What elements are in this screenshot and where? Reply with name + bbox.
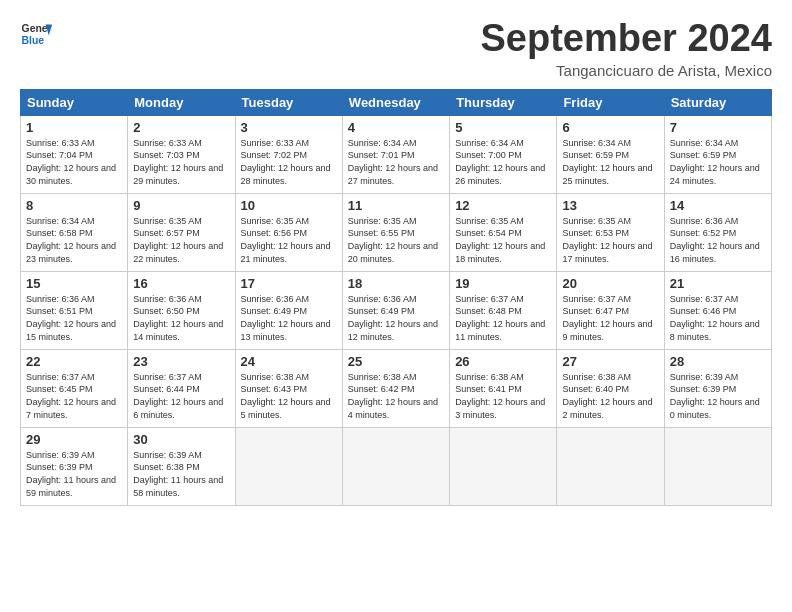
table-row: 2 Sunrise: 6:33 AMSunset: 7:03 PMDayligh… xyxy=(128,115,235,193)
col-thursday: Thursday xyxy=(450,89,557,115)
day-number: 21 xyxy=(670,276,766,291)
table-row: 16 Sunrise: 6:36 AMSunset: 6:50 PMDaylig… xyxy=(128,271,235,349)
table-row: 3 Sunrise: 6:33 AMSunset: 7:02 PMDayligh… xyxy=(235,115,342,193)
calendar-week-row: 8 Sunrise: 6:34 AMSunset: 6:58 PMDayligh… xyxy=(21,193,772,271)
day-info: Sunrise: 6:35 AMSunset: 6:54 PMDaylight:… xyxy=(455,215,551,265)
day-info: Sunrise: 6:36 AMSunset: 6:50 PMDaylight:… xyxy=(133,293,229,343)
table-row: 12 Sunrise: 6:35 AMSunset: 6:54 PMDaylig… xyxy=(450,193,557,271)
day-info: Sunrise: 6:37 AMSunset: 6:47 PMDaylight:… xyxy=(562,293,658,343)
day-info: Sunrise: 6:38 AMSunset: 6:43 PMDaylight:… xyxy=(241,371,337,421)
day-info: Sunrise: 6:37 AMSunset: 6:46 PMDaylight:… xyxy=(670,293,766,343)
table-row: 17 Sunrise: 6:36 AMSunset: 6:49 PMDaylig… xyxy=(235,271,342,349)
table-row: 21 Sunrise: 6:37 AMSunset: 6:46 PMDaylig… xyxy=(664,271,771,349)
day-number: 10 xyxy=(241,198,337,213)
day-number: 7 xyxy=(670,120,766,135)
table-row: 9 Sunrise: 6:35 AMSunset: 6:57 PMDayligh… xyxy=(128,193,235,271)
day-info: Sunrise: 6:36 AMSunset: 6:49 PMDaylight:… xyxy=(241,293,337,343)
col-wednesday: Wednesday xyxy=(342,89,449,115)
day-number: 1 xyxy=(26,120,122,135)
day-info: Sunrise: 6:33 AMSunset: 7:04 PMDaylight:… xyxy=(26,137,122,187)
day-info: Sunrise: 6:38 AMSunset: 6:41 PMDaylight:… xyxy=(455,371,551,421)
day-number: 2 xyxy=(133,120,229,135)
day-info: Sunrise: 6:35 AMSunset: 6:56 PMDaylight:… xyxy=(241,215,337,265)
day-number: 23 xyxy=(133,354,229,369)
calendar-week-row: 22 Sunrise: 6:37 AMSunset: 6:45 PMDaylig… xyxy=(21,349,772,427)
day-info: Sunrise: 6:35 AMSunset: 6:57 PMDaylight:… xyxy=(133,215,229,265)
day-info: Sunrise: 6:39 AMSunset: 6:39 PMDaylight:… xyxy=(670,371,766,421)
day-info: Sunrise: 6:37 AMSunset: 6:44 PMDaylight:… xyxy=(133,371,229,421)
table-row xyxy=(557,427,664,505)
day-number: 9 xyxy=(133,198,229,213)
day-number: 8 xyxy=(26,198,122,213)
day-number: 17 xyxy=(241,276,337,291)
calendar-week-row: 15 Sunrise: 6:36 AMSunset: 6:51 PMDaylig… xyxy=(21,271,772,349)
table-row: 24 Sunrise: 6:38 AMSunset: 6:43 PMDaylig… xyxy=(235,349,342,427)
table-row: 4 Sunrise: 6:34 AMSunset: 7:01 PMDayligh… xyxy=(342,115,449,193)
table-row: 6 Sunrise: 6:34 AMSunset: 6:59 PMDayligh… xyxy=(557,115,664,193)
table-row xyxy=(664,427,771,505)
day-info: Sunrise: 6:36 AMSunset: 6:49 PMDaylight:… xyxy=(348,293,444,343)
table-row: 20 Sunrise: 6:37 AMSunset: 6:47 PMDaylig… xyxy=(557,271,664,349)
day-info: Sunrise: 6:39 AMSunset: 6:39 PMDaylight:… xyxy=(26,449,122,499)
day-info: Sunrise: 6:34 AMSunset: 7:01 PMDaylight:… xyxy=(348,137,444,187)
col-sunday: Sunday xyxy=(21,89,128,115)
day-number: 27 xyxy=(562,354,658,369)
table-row: 26 Sunrise: 6:38 AMSunset: 6:41 PMDaylig… xyxy=(450,349,557,427)
logo-icon: General Blue xyxy=(20,18,52,50)
calendar-week-row: 1 Sunrise: 6:33 AMSunset: 7:04 PMDayligh… xyxy=(21,115,772,193)
col-monday: Monday xyxy=(128,89,235,115)
day-number: 25 xyxy=(348,354,444,369)
table-row xyxy=(342,427,449,505)
day-number: 6 xyxy=(562,120,658,135)
day-number: 3 xyxy=(241,120,337,135)
svg-text:Blue: Blue xyxy=(22,35,45,46)
calendar-week-row: 29 Sunrise: 6:39 AMSunset: 6:39 PMDaylig… xyxy=(21,427,772,505)
table-row: 25 Sunrise: 6:38 AMSunset: 6:42 PMDaylig… xyxy=(342,349,449,427)
day-number: 30 xyxy=(133,432,229,447)
day-info: Sunrise: 6:36 AMSunset: 6:52 PMDaylight:… xyxy=(670,215,766,265)
day-number: 4 xyxy=(348,120,444,135)
table-row: 11 Sunrise: 6:35 AMSunset: 6:55 PMDaylig… xyxy=(342,193,449,271)
day-info: Sunrise: 6:37 AMSunset: 6:48 PMDaylight:… xyxy=(455,293,551,343)
col-friday: Friday xyxy=(557,89,664,115)
page: General Blue September 2024 Tangancicuar… xyxy=(0,0,792,516)
table-row: 1 Sunrise: 6:33 AMSunset: 7:04 PMDayligh… xyxy=(21,115,128,193)
table-row xyxy=(450,427,557,505)
table-row: 30 Sunrise: 6:39 AMSunset: 6:38 PMDaylig… xyxy=(128,427,235,505)
location-subtitle: Tangancicuaro de Arista, Mexico xyxy=(481,62,773,79)
day-info: Sunrise: 6:38 AMSunset: 6:42 PMDaylight:… xyxy=(348,371,444,421)
day-info: Sunrise: 6:39 AMSunset: 6:38 PMDaylight:… xyxy=(133,449,229,499)
month-title: September 2024 xyxy=(481,18,773,60)
col-saturday: Saturday xyxy=(664,89,771,115)
day-info: Sunrise: 6:34 AMSunset: 6:59 PMDaylight:… xyxy=(562,137,658,187)
day-info: Sunrise: 6:35 AMSunset: 6:53 PMDaylight:… xyxy=(562,215,658,265)
table-row: 22 Sunrise: 6:37 AMSunset: 6:45 PMDaylig… xyxy=(21,349,128,427)
day-number: 5 xyxy=(455,120,551,135)
day-info: Sunrise: 6:34 AMSunset: 6:59 PMDaylight:… xyxy=(670,137,766,187)
table-row: 13 Sunrise: 6:35 AMSunset: 6:53 PMDaylig… xyxy=(557,193,664,271)
table-row: 10 Sunrise: 6:35 AMSunset: 6:56 PMDaylig… xyxy=(235,193,342,271)
table-row: 5 Sunrise: 6:34 AMSunset: 7:00 PMDayligh… xyxy=(450,115,557,193)
day-number: 18 xyxy=(348,276,444,291)
day-number: 15 xyxy=(26,276,122,291)
logo: General Blue xyxy=(20,18,52,50)
table-row: 27 Sunrise: 6:38 AMSunset: 6:40 PMDaylig… xyxy=(557,349,664,427)
day-number: 28 xyxy=(670,354,766,369)
day-number: 14 xyxy=(670,198,766,213)
calendar-table: Sunday Monday Tuesday Wednesday Thursday… xyxy=(20,89,772,506)
day-number: 13 xyxy=(562,198,658,213)
day-number: 24 xyxy=(241,354,337,369)
table-row: 28 Sunrise: 6:39 AMSunset: 6:39 PMDaylig… xyxy=(664,349,771,427)
title-block: September 2024 Tangancicuaro de Arista, … xyxy=(481,18,773,79)
header-row: Sunday Monday Tuesday Wednesday Thursday… xyxy=(21,89,772,115)
day-info: Sunrise: 6:34 AMSunset: 6:58 PMDaylight:… xyxy=(26,215,122,265)
table-row: 15 Sunrise: 6:36 AMSunset: 6:51 PMDaylig… xyxy=(21,271,128,349)
table-row: 29 Sunrise: 6:39 AMSunset: 6:39 PMDaylig… xyxy=(21,427,128,505)
table-row: 8 Sunrise: 6:34 AMSunset: 6:58 PMDayligh… xyxy=(21,193,128,271)
day-number: 11 xyxy=(348,198,444,213)
day-info: Sunrise: 6:33 AMSunset: 7:02 PMDaylight:… xyxy=(241,137,337,187)
table-row: 14 Sunrise: 6:36 AMSunset: 6:52 PMDaylig… xyxy=(664,193,771,271)
day-number: 22 xyxy=(26,354,122,369)
day-number: 29 xyxy=(26,432,122,447)
day-number: 26 xyxy=(455,354,551,369)
